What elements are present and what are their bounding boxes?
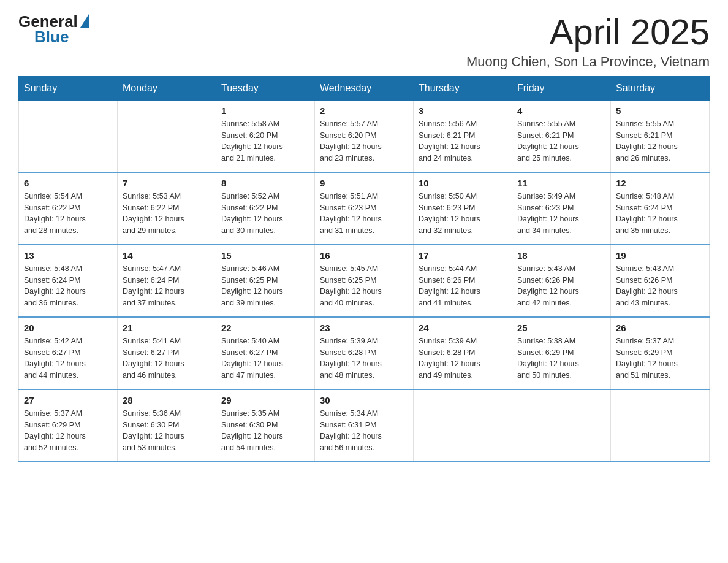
- calendar-cell-w3-d0: 13Sunrise: 5:48 AM Sunset: 6:24 PM Dayli…: [19, 245, 118, 317]
- calendar-cell-w5-d6: [611, 389, 710, 462]
- calendar-cell-w2-d5: 11Sunrise: 5:49 AM Sunset: 6:23 PM Dayli…: [512, 172, 611, 245]
- day-number-2: 2: [320, 105, 408, 116]
- calendar-cell-w5-d1: 28Sunrise: 5:36 AM Sunset: 6:30 PM Dayli…: [118, 389, 216, 462]
- day-number-6: 6: [24, 178, 112, 188]
- day-info-11: Sunrise: 5:49 AM Sunset: 6:23 PM Dayligh…: [517, 191, 605, 237]
- day-number-23: 23: [320, 323, 408, 333]
- calendar-cell-w4-d4: 24Sunrise: 5:39 AM Sunset: 6:28 PM Dayli…: [414, 317, 512, 389]
- day-info-14: Sunrise: 5:47 AM Sunset: 6:24 PM Dayligh…: [123, 263, 211, 309]
- calendar-cell-w3-d4: 17Sunrise: 5:44 AM Sunset: 6:26 PM Dayli…: [414, 245, 512, 317]
- day-number-12: 12: [616, 178, 704, 188]
- day-info-10: Sunrise: 5:50 AM Sunset: 6:23 PM Dayligh…: [419, 191, 507, 237]
- calendar-cell-w1-d6: 5Sunrise: 5:55 AM Sunset: 6:21 PM Daylig…: [611, 100, 710, 172]
- calendar-cell-w3-d3: 16Sunrise: 5:45 AM Sunset: 6:25 PM Dayli…: [315, 245, 414, 317]
- day-number-24: 24: [419, 323, 507, 333]
- day-info-22: Sunrise: 5:40 AM Sunset: 6:27 PM Dayligh…: [221, 335, 309, 381]
- day-number-25: 25: [517, 323, 605, 333]
- day-number-15: 15: [221, 250, 309, 261]
- calendar-cell-w1-d0: [19, 100, 118, 172]
- day-number-10: 10: [419, 178, 507, 188]
- day-info-8: Sunrise: 5:52 AM Sunset: 6:22 PM Dayligh…: [221, 191, 309, 237]
- calendar-cell-w2-d3: 9Sunrise: 5:51 AM Sunset: 6:23 PM Daylig…: [315, 172, 414, 245]
- day-number-4: 4: [517, 105, 605, 116]
- week-row-3: 13Sunrise: 5:48 AM Sunset: 6:24 PM Dayli…: [19, 245, 710, 317]
- day-number-9: 9: [320, 178, 408, 188]
- day-info-30: Sunrise: 5:34 AM Sunset: 6:31 PM Dayligh…: [320, 408, 408, 454]
- day-info-2: Sunrise: 5:57 AM Sunset: 6:20 PM Dayligh…: [320, 118, 408, 164]
- day-info-26: Sunrise: 5:37 AM Sunset: 6:29 PM Dayligh…: [616, 335, 704, 381]
- weekday-header-row: SundayMondayTuesdayWednesdayThursdayFrid…: [19, 76, 710, 100]
- calendar-cell-w5-d0: 27Sunrise: 5:37 AM Sunset: 6:29 PM Dayli…: [19, 389, 118, 462]
- day-info-21: Sunrise: 5:41 AM Sunset: 6:27 PM Dayligh…: [123, 335, 211, 381]
- weekday-header-monday: Monday: [118, 76, 216, 100]
- title-section: April 2025 Muong Chien, Son La Province,…: [466, 12, 710, 70]
- weekday-header-saturday: Saturday: [611, 76, 710, 100]
- logo: General Blue: [18, 12, 89, 47]
- calendar-cell-w2-d6: 12Sunrise: 5:48 AM Sunset: 6:24 PM Dayli…: [611, 172, 710, 245]
- day-number-5: 5: [616, 105, 704, 116]
- day-info-9: Sunrise: 5:51 AM Sunset: 6:23 PM Dayligh…: [320, 191, 408, 237]
- calendar-table: SundayMondayTuesdayWednesdayThursdayFrid…: [18, 76, 710, 462]
- calendar-cell-w5-d4: [414, 389, 512, 462]
- calendar-cell-w4-d3: 23Sunrise: 5:39 AM Sunset: 6:28 PM Dayli…: [315, 317, 414, 389]
- calendar-cell-w5-d5: [512, 389, 611, 462]
- day-info-5: Sunrise: 5:55 AM Sunset: 6:21 PM Dayligh…: [616, 118, 704, 164]
- day-info-19: Sunrise: 5:43 AM Sunset: 6:26 PM Dayligh…: [616, 263, 704, 309]
- calendar-cell-w3-d6: 19Sunrise: 5:43 AM Sunset: 6:26 PM Dayli…: [611, 245, 710, 317]
- calendar-cell-w2-d0: 6Sunrise: 5:54 AM Sunset: 6:22 PM Daylig…: [19, 172, 118, 245]
- calendar-cell-w1-d4: 3Sunrise: 5:56 AM Sunset: 6:21 PM Daylig…: [414, 100, 512, 172]
- day-info-24: Sunrise: 5:39 AM Sunset: 6:28 PM Dayligh…: [419, 335, 507, 381]
- day-number-11: 11: [517, 178, 605, 188]
- location-title: Muong Chien, Son La Province, Vietnam: [466, 54, 710, 70]
- day-info-20: Sunrise: 5:42 AM Sunset: 6:27 PM Dayligh…: [24, 335, 112, 381]
- calendar-cell-w3-d2: 15Sunrise: 5:46 AM Sunset: 6:25 PM Dayli…: [216, 245, 315, 317]
- weekday-header-thursday: Thursday: [414, 76, 512, 100]
- day-number-27: 27: [24, 395, 112, 405]
- day-number-30: 30: [320, 395, 408, 405]
- day-number-20: 20: [24, 323, 112, 333]
- day-info-29: Sunrise: 5:35 AM Sunset: 6:30 PM Dayligh…: [221, 408, 309, 454]
- day-number-3: 3: [419, 105, 507, 116]
- day-number-19: 19: [616, 250, 704, 261]
- week-row-2: 6Sunrise: 5:54 AM Sunset: 6:22 PM Daylig…: [19, 172, 710, 245]
- day-number-28: 28: [123, 395, 211, 405]
- day-info-1: Sunrise: 5:58 AM Sunset: 6:20 PM Dayligh…: [221, 118, 309, 164]
- day-info-28: Sunrise: 5:36 AM Sunset: 6:30 PM Dayligh…: [123, 408, 211, 454]
- day-number-22: 22: [221, 323, 309, 333]
- weekday-header-friday: Friday: [512, 76, 611, 100]
- calendar-cell-w1-d5: 4Sunrise: 5:55 AM Sunset: 6:21 PM Daylig…: [512, 100, 611, 172]
- week-row-4: 20Sunrise: 5:42 AM Sunset: 6:27 PM Dayli…: [19, 317, 710, 389]
- calendar-cell-w2-d4: 10Sunrise: 5:50 AM Sunset: 6:23 PM Dayli…: [414, 172, 512, 245]
- day-info-15: Sunrise: 5:46 AM Sunset: 6:25 PM Dayligh…: [221, 263, 309, 309]
- day-info-7: Sunrise: 5:53 AM Sunset: 6:22 PM Dayligh…: [123, 191, 211, 237]
- calendar-cell-w4-d5: 25Sunrise: 5:38 AM Sunset: 6:29 PM Dayli…: [512, 317, 611, 389]
- day-info-27: Sunrise: 5:37 AM Sunset: 6:29 PM Dayligh…: [24, 408, 112, 454]
- day-number-16: 16: [320, 250, 408, 261]
- calendar-cell-w4-d1: 21Sunrise: 5:41 AM Sunset: 6:27 PM Dayli…: [118, 317, 216, 389]
- day-number-13: 13: [24, 250, 112, 261]
- logo-triangle-icon: [80, 14, 89, 28]
- day-number-7: 7: [123, 178, 211, 188]
- day-info-23: Sunrise: 5:39 AM Sunset: 6:28 PM Dayligh…: [320, 335, 408, 381]
- day-info-4: Sunrise: 5:55 AM Sunset: 6:21 PM Dayligh…: [517, 118, 605, 164]
- calendar-cell-w1-d3: 2Sunrise: 5:57 AM Sunset: 6:20 PM Daylig…: [315, 100, 414, 172]
- calendar-cell-w1-d2: 1Sunrise: 5:58 AM Sunset: 6:20 PM Daylig…: [216, 100, 315, 172]
- day-info-17: Sunrise: 5:44 AM Sunset: 6:26 PM Dayligh…: [419, 263, 507, 309]
- weekday-header-tuesday: Tuesday: [216, 76, 315, 100]
- day-number-8: 8: [221, 178, 309, 188]
- calendar-cell-w2-d2: 8Sunrise: 5:52 AM Sunset: 6:22 PM Daylig…: [216, 172, 315, 245]
- page-header: General Blue April 2025 Muong Chien, Son…: [18, 12, 710, 70]
- day-number-26: 26: [616, 323, 704, 333]
- calendar-cell-w5-d3: 30Sunrise: 5:34 AM Sunset: 6:31 PM Dayli…: [315, 389, 414, 462]
- calendar-cell-w4-d0: 20Sunrise: 5:42 AM Sunset: 6:27 PM Dayli…: [19, 317, 118, 389]
- weekday-header-sunday: Sunday: [19, 76, 118, 100]
- week-row-5: 27Sunrise: 5:37 AM Sunset: 6:29 PM Dayli…: [19, 389, 710, 462]
- day-number-21: 21: [123, 323, 211, 333]
- calendar-cell-w5-d2: 29Sunrise: 5:35 AM Sunset: 6:30 PM Dayli…: [216, 389, 315, 462]
- day-info-25: Sunrise: 5:38 AM Sunset: 6:29 PM Dayligh…: [517, 335, 605, 381]
- day-number-18: 18: [517, 250, 605, 261]
- day-info-13: Sunrise: 5:48 AM Sunset: 6:24 PM Dayligh…: [24, 263, 112, 309]
- calendar-cell-w3-d5: 18Sunrise: 5:43 AM Sunset: 6:26 PM Dayli…: [512, 245, 611, 317]
- day-info-3: Sunrise: 5:56 AM Sunset: 6:21 PM Dayligh…: [419, 118, 507, 164]
- week-row-1: 1Sunrise: 5:58 AM Sunset: 6:20 PM Daylig…: [19, 100, 710, 172]
